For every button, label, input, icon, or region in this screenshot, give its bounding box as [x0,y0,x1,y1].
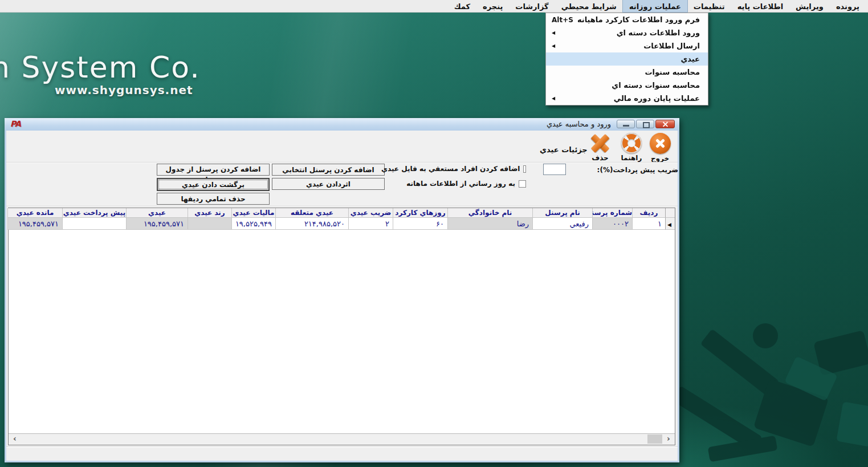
add-from-personnel-table-button[interactable]: اضافه كردن پرسنل از جدول پرسنل [157,164,270,176]
col-header-personnel-name[interactable]: نام پرسنل [532,208,592,218]
cell-eydi-round[interactable] [188,218,231,230]
scrollbar-thumb[interactable] [647,434,662,444]
col-header-family-name[interactable]: نام خانوادگي [447,208,532,218]
cell-family-name[interactable]: رضا [447,218,532,230]
help-label: راهنما [618,154,645,162]
col-header-eydi[interactable]: عيدي [126,208,188,218]
row-selector-header [665,208,675,218]
current-row-arrow-icon: ◀ [667,222,671,228]
cell-eydi-coefficient[interactable]: ۲ [348,218,393,230]
submenu-arrow-icon: ◀ [552,26,555,39]
menu-item-daily-operations[interactable]: عمليات روزانه [623,0,687,12]
col-header-eydi-prepayment[interactable]: پيش پرداخت عيدي [62,208,126,218]
menu-bar: پرونده ويرايش اطلاعات پايه تنظيمات عمليا… [0,0,868,13]
prepayment-coefficient-input[interactable] [543,164,566,175]
delete-cross-icon [589,133,612,153]
dialog-client-area: خروج راهنما حذف جزئيات عيدي اضافه كردن پ… [6,131,678,461]
dialog-title-bar[interactable]: PA ورود و محاسبه عيدي [5,118,679,131]
menu-item-send-data[interactable]: ارسال اطلاعات ◀ [546,39,708,52]
col-header-work-days[interactable]: روزهاي كاركرد [393,208,447,218]
exit-toolbar-button[interactable]: خروج [647,133,673,163]
prepayment-coefficient-label: ضريب پيش پرداخت(%): [570,166,678,174]
menu-item-settings[interactable]: تنظيمات [687,0,731,12]
menu-item-batch-data-entry[interactable]: ورود اطلاعات دسته اي ◀ [546,26,708,39]
delete-toolbar-button[interactable]: حذف [587,133,613,162]
eydi-details-label: جزئيات عيدي [540,145,588,154]
desktop: { "menubar": { "items": [ {"label": "پرو… [0,0,868,467]
current-row-selector[interactable]: ◀ [665,218,675,230]
cell-eydi[interactable]: ۱۹۵,۴۵۹,۵۷۱ [126,218,188,230]
col-header-radif[interactable]: رديف [632,208,665,218]
revert-eydi-button[interactable]: برگشت دادن عيدي [157,178,270,191]
cell-eydi-prepayment[interactable] [62,218,126,230]
update-monthly-checkbox-row: به روز رساني از اطلاعات ماهانه [381,180,526,188]
menu-item-label: فرم ورود اطلاعات كاركرد ماهيانه [577,15,700,24]
exit-icon [650,133,671,154]
help-toolbar-button[interactable]: راهنما [618,133,645,162]
eydi-data-grid: رديف شماره پرسنل نام پرسنل نام خانوادگي … [8,208,675,445]
maximize-button[interactable] [636,120,654,128]
menu-item-label: عمليات پايان دوره مالي [614,94,700,103]
cell-personnel-number[interactable]: ۰۰۰۲ [592,218,632,230]
cell-work-days[interactable]: ۶۰ [393,218,447,230]
grid-data-row[interactable]: ◀ ۱ ۰۰۰۲ رفيعي رضا ۶۰ ۲ ۲۱۴,۹۸۵,۵۲۰ ۱۹,۵… [9,218,675,230]
menu-item-seniority-calc[interactable]: محاسبه سنوات [546,66,708,79]
wallpaper-figures-art [674,302,868,467]
add-resigned-checkbox-row: اضافه كردن افراد مستعفي به فايل عيدي [381,165,526,173]
menu-item-label: محاسبه سنوات [645,68,700,76]
col-header-personnel-number[interactable]: شماره پرسنل [592,208,632,218]
grid-header-row: رديف شماره پرسنل نام پرسنل نام خانوادگي … [9,208,675,218]
daily-operations-menu: فرم ورود اطلاعات كاركرد ماهيانه Alt+S ور… [545,13,708,105]
menu-shortcut: Alt+S [552,16,573,24]
menu-item-reports[interactable]: گزارشات [509,0,555,12]
wallpaper-brand-text: n System Co. [0,50,201,84]
menu-item-help[interactable]: كمك [448,0,476,12]
horizontal-scrollbar[interactable]: ‹ › [9,433,675,445]
minimize-button[interactable] [617,120,635,128]
menu-item-environment[interactable]: شرايط محيطي [555,0,623,12]
menu-item-edit[interactable]: ويرايش [789,0,830,12]
col-header-eydi-coefficient[interactable]: ضريب عيدي [348,208,393,218]
delete-all-rows-button[interactable]: حذف تمامي رديفها [157,193,270,205]
apply-eydi-button[interactable]: اثردادن عيدي [272,178,385,190]
update-monthly-label: به روز رساني از اطلاعات ماهانه [406,180,515,188]
cell-radif[interactable]: ۱ [632,218,665,230]
submenu-arrow-icon: ◀ [552,39,555,52]
add-selected-personnel-button[interactable]: اضافه كردن پرسنل انتخابي [272,164,385,176]
col-header-eydi-round[interactable]: رند عيدي [188,208,231,218]
col-header-eydi-tax[interactable]: ماليات عيدي [231,208,275,218]
menu-item-batch-seniority-calc[interactable]: محاسبه سنوات دسته اي [546,79,708,92]
update-monthly-checkbox[interactable] [519,180,526,188]
cell-eydi-balance[interactable]: ۱۹۵,۴۵۹,۵۷۱ [7,218,62,230]
menu-item-file[interactable]: پرونده [830,0,866,12]
dialog-title: ورود و محاسبه عيدي [547,120,611,128]
menu-item-fiscal-year-end-ops[interactable]: عمليات پايان دوره مالي ◀ [546,92,708,105]
menu-item-label: ارسال اطلاعات [643,42,700,50]
scroll-right-arrow-icon[interactable]: › [663,434,674,444]
col-header-eydi-balance[interactable]: مانده عيدي [7,208,62,218]
divider [6,162,678,163]
col-header-eydi-due[interactable]: عيدي متعلقه [275,208,348,218]
menu-item-window[interactable]: پنجره [476,0,509,12]
exit-label: خروج [647,155,673,163]
menu-item-label: محاسبه سنوات دسته اي [612,81,700,90]
close-button[interactable] [655,120,675,128]
scroll-left-arrow-icon[interactable]: ‹ [10,434,20,444]
cell-eydi-tax[interactable]: ۱۹,۵۲۵,۹۴۹ [231,218,275,230]
help-lifebuoy-icon [621,133,642,153]
menu-item-eydi[interactable]: عيدي [546,52,708,66]
dialog-status-bar [6,446,678,460]
menu-item-monthly-work-entry-form[interactable]: فرم ورود اطلاعات كاركرد ماهيانه Alt+S [546,13,708,26]
minimize-icon [623,125,629,127]
add-resigned-label: اضافه كردن افراد مستعفي به فايل عيدي [381,165,520,173]
pa-app-icon: PA [10,119,21,128]
cell-eydi-due[interactable]: ۲۱۴,۹۸۵,۵۲۰ [275,218,348,230]
maximize-icon [643,122,650,128]
add-resigned-checkbox[interactable] [523,165,526,173]
menu-item-label: ورود اطلاعات دسته اي [617,29,700,37]
cell-personnel-name[interactable]: رفيعي [532,218,592,230]
wallpaper-url-text: www.shygunsys.net [55,83,193,97]
menu-item-base-info[interactable]: اطلاعات پايه [731,0,789,12]
submenu-arrow-icon: ◀ [552,92,555,105]
delete-label: حذف [587,154,613,162]
